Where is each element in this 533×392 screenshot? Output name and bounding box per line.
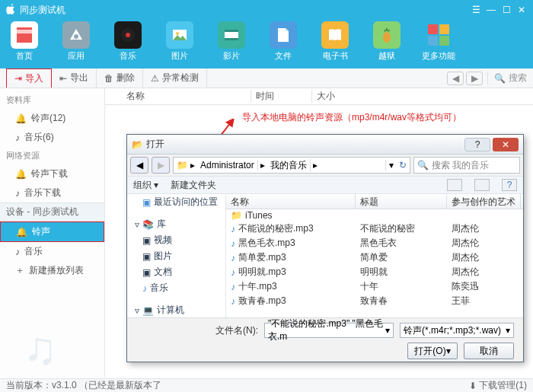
main-toolbar: 首页 应用 音乐 图片 影片 文件 电子书 越狱 更多功能 [0,20,533,69]
dialog-navbar: ◀ ▶ 📁 ▸ Administrator ▸ 我的音乐 ▸ ▾ ↻ 🔍搜索 我… [127,155,523,176]
open-button[interactable]: 打开(O) ▾ [407,343,458,359]
search-box[interactable]: 🔍搜索 [487,72,527,84]
file-row[interactable]: ♪简单爱.mp3简单爱周杰伦 [226,250,523,265]
toolbar-pic[interactable]: 图片 [163,21,196,62]
warning-icon: ⚠ [151,73,159,84]
svg-point-11 [383,32,391,43]
file-row[interactable]: ♪明明就.mp3明明就周杰伦 [226,265,523,279]
file-row[interactable]: ♪不能说的秘密.mp3不能说的秘密周杰伦 [226,221,523,236]
sidebar-item-ring-download[interactable]: 🔔铃声下载 [0,164,104,183]
filetype-select[interactable]: 铃声(*.m4r;*.mp3;*.wav)▾ [400,323,514,338]
file-row[interactable]: ♪致青春.mp3致青春王菲 [226,294,523,308]
svg-rect-9 [225,30,238,32]
music-watermark-icon: ♫ [23,322,57,374]
download-manager-link[interactable]: ⬇下载管理(1) [469,379,527,392]
file-list-header: 名称 标题 参与创作的艺术 [226,194,523,209]
tree-docs[interactable]: ▣文档 [127,264,225,280]
svg-rect-12 [428,24,438,34]
svg-rect-14 [428,36,438,46]
dialog-file-list: 名称 标题 参与创作的艺术 📁iTunes♪不能说的秘密.mp3不能说的秘密周杰… [226,194,523,317]
sidebar-item-music-download[interactable]: ♪音乐下载 [0,183,104,202]
close-icon[interactable]: ✕ [516,5,527,15]
newfolder-button[interactable]: 新建文件夹 [171,179,216,192]
toolbar-movie[interactable]: 影片 [215,21,248,62]
apple-icon [6,4,15,17]
minimize-icon[interactable]: — [486,5,496,15]
crumb-seg[interactable]: 我的音乐 [267,159,311,172]
back-button[interactable]: ◀ [130,157,148,174]
help-button[interactable]: ? [502,179,517,191]
col-name[interactable]: 名称 [122,90,251,103]
import-button[interactable]: ⇥导入 [6,69,52,88]
toolbar-file[interactable]: 文件 [266,21,300,62]
sidebar-item-device-music[interactable]: ♪音乐 [0,242,104,261]
toolbar-book[interactable]: 电子书 [318,21,352,62]
movie-icon [218,21,245,49]
refresh-icon[interactable]: ↻ [399,160,407,171]
tree-computer[interactable]: ▿💻计算机 [127,302,225,317]
search-icon: 🔍 [494,73,506,84]
export-button[interactable]: ⇤导出 [52,69,97,88]
col-title[interactable]: 标题 [356,194,447,209]
more-icon [425,21,452,49]
tree-pictures[interactable]: ▣图片 [127,248,225,264]
sidebar-item-ringtones[interactable]: 🔔铃声(12) [0,109,104,128]
maximize-icon[interactable]: ☐ [501,5,512,15]
crumb-seg[interactable]: Administrator [197,160,258,171]
forward-button[interactable]: ▶ [152,157,170,174]
trash-icon: 🗑 [104,73,113,84]
sidebar-item-new-playlist[interactable]: ＋新建播放列表 [0,261,104,280]
tree-recent[interactable]: ▣最近访问的位置 [127,194,225,210]
check-button[interactable]: ⚠异常检测 [143,69,207,88]
preview-button[interactable] [474,179,490,191]
filename-input[interactable]: "不能说的秘密.mp3" "黑色毛衣.m▾ [264,323,394,338]
file-row[interactable]: ♪黑色毛衣.mp3黑色毛衣周杰伦 [226,236,523,250]
col-size[interactable]: 大小 [312,90,335,103]
bell-icon: 🔔 [15,169,27,180]
pineapple-icon [373,21,401,49]
col-artist[interactable]: 参与创作的艺术 [447,194,521,209]
import-icon: ⇥ [14,73,22,84]
col-time[interactable]: 时间 [251,90,312,103]
cancel-button[interactable]: 取消 [464,343,514,359]
col-name[interactable]: 名称 [226,194,356,209]
toolbar-music[interactable]: 音乐 [111,21,145,62]
toolbar-jailbreak[interactable]: 越狱 [370,21,404,62]
organize-button[interactable]: 组织 ▾ [133,179,158,192]
tree-video[interactable]: ▣视频 [127,232,225,248]
folder-icon: 📁 [177,160,188,171]
file-row[interactable]: 📁iTunes [226,209,523,221]
view-button[interactable] [447,179,462,191]
svg-rect-0 [17,33,32,43]
dialog-title: 打开 [146,138,164,151]
status-bar: 当前版本：v3.1.0 （已经是最新版本了 ⬇下载管理(1) [0,378,533,392]
file-row[interactable]: ♪十年.mp3十年陈奕迅 [226,279,523,294]
tree-libraries[interactable]: ▿📚库 [127,216,225,232]
settings-icon[interactable]: ☰ [471,5,481,15]
dialog-help-icon[interactable]: ? [464,138,490,151]
toolbar-home[interactable]: 首页 [8,21,41,62]
dialog-body: ▣最近访问的位置 ▿📚库 ▣视频 ▣图片 ▣文档 ♪音乐 ▿💻计算机 💽Win7… [127,194,523,317]
bell-icon: 🔔 [16,227,27,237]
prev-button[interactable]: ◀ [447,72,464,85]
dialog-close-icon[interactable]: ✕ [493,138,519,151]
search-icon: 🔍 [417,160,429,171]
sidebar-item-music[interactable]: ♪音乐(6) [0,128,104,147]
tree-music[interactable]: ♪音乐 [127,280,225,296]
sidebar-item-device-ringtone[interactable]: 🔔铃声 [0,221,104,242]
svg-rect-13 [439,24,449,34]
dialog-search[interactable]: 🔍搜索 我的音乐 [413,157,520,174]
svg-rect-15 [439,36,449,46]
sidebar: 资料库 🔔铃声(12) ♪音乐(6) 网络资源 🔔铃声下载 ♪音乐下载 设备 -… [0,88,105,378]
toolbar-more[interactable]: 更多功能 [422,21,455,62]
toolbar-app[interactable]: 应用 [59,21,93,62]
svg-point-7 [176,32,179,35]
breadcrumb[interactable]: 📁 ▸ Administrator ▸ 我的音乐 ▸ ▾ ↻ [173,157,410,174]
sidebar-section-device: 设备 - 同步测试机 [0,202,104,221]
annotation-text: 导入本地电脑的铃声资源（mp3/m4r/wav等格式均可） [242,111,461,124]
book-icon [321,21,349,49]
next-button[interactable]: ▶ [466,72,483,85]
list-header: 名称 时间 大小 [105,88,533,105]
delete-button[interactable]: 🗑删除 [97,69,143,88]
download-icon: ⬇ [469,381,477,391]
